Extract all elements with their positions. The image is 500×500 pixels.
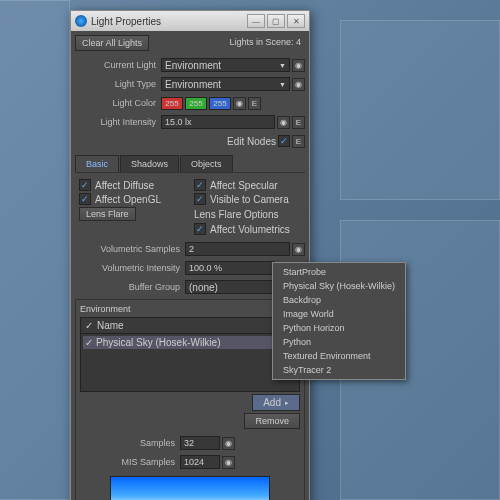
current-light-label: Current Light	[75, 60, 161, 70]
tabs: Basic Shadows Objects	[75, 155, 305, 173]
light-type-select[interactable]: Environment▼	[161, 77, 290, 91]
close-button[interactable]: ✕	[287, 14, 305, 28]
visible-camera-label: Visible to Camera	[210, 194, 289, 205]
affect-diffuse-checkbox[interactable]	[79, 179, 91, 191]
menu-item[interactable]: Python	[273, 335, 405, 349]
tab-objects[interactable]: Objects	[180, 155, 233, 172]
menu-item[interactable]: Image World	[273, 307, 405, 321]
volumetric-intensity-input[interactable]: 100.0 %	[185, 261, 275, 275]
eye-icon[interactable]: ◉	[233, 97, 246, 110]
env-list[interactable]: ✓Physical Sky (Hosek-Wilkie)	[80, 334, 300, 392]
edit-nodes-checkbox[interactable]	[278, 135, 290, 147]
light-type-label: Light Type	[75, 79, 161, 89]
lights-in-scene-label: Lights in Scene: 4	[225, 35, 305, 51]
eye-icon[interactable]: ◉	[277, 116, 290, 129]
minimize-button[interactable]: —	[247, 14, 265, 28]
light-intensity-input[interactable]: 15.0 lx	[161, 115, 275, 129]
edit-nodes-button[interactable]: E	[292, 135, 305, 148]
menu-item[interactable]: Textured Environment	[273, 349, 405, 363]
affect-opengl-checkbox[interactable]	[79, 193, 91, 205]
environment-preview	[110, 476, 270, 500]
color-b-input[interactable]: 255	[209, 97, 231, 110]
volumetric-samples-label: Volumetric Samples	[75, 244, 185, 254]
app-icon	[75, 15, 87, 27]
list-item[interactable]: ✓Physical Sky (Hosek-Wilkie)	[83, 336, 297, 349]
envelope-button[interactable]: E	[292, 116, 305, 129]
affect-opengl-label: Affect OpenGL	[95, 194, 161, 205]
lens-flare-options-label: Lens Flare Options	[194, 209, 279, 220]
volumetric-intensity-label: Volumetric Intensity	[75, 263, 185, 273]
light-color-label: Light Color	[75, 98, 161, 108]
menu-item[interactable]: Physical Sky (Hosek-Wilkie)	[273, 279, 405, 293]
environment-section: Environment ✓Name ✓Physical Sky (Hosek-W…	[75, 299, 305, 500]
menu-item[interactable]: Python Horizon	[273, 321, 405, 335]
menu-item[interactable]: SkyTracer 2	[273, 363, 405, 377]
samples-label: Samples	[80, 438, 180, 448]
env-list-header: ✓Name	[80, 317, 300, 334]
edit-nodes-label: Edit Nodes	[227, 136, 276, 147]
volumetric-samples-input[interactable]: 2	[185, 242, 290, 256]
add-context-menu[interactable]: StartProbe Physical Sky (Hosek-Wilkie) B…	[272, 262, 406, 380]
lens-flare-button[interactable]: Lens Flare	[79, 207, 136, 221]
color-r-input[interactable]: 255	[161, 97, 183, 110]
tab-shadows[interactable]: Shadows	[120, 155, 179, 172]
affect-volumetrics-label: Affect Volumetrics	[210, 224, 290, 235]
window-title: Light Properties	[91, 16, 245, 27]
maximize-button[interactable]: ▢	[267, 14, 285, 28]
envelope-button[interactable]: E	[248, 97, 261, 110]
eye-icon[interactable]: ◉	[292, 59, 305, 72]
environment-title: Environment	[80, 304, 300, 314]
add-button[interactable]: Add▸	[252, 394, 300, 411]
samples-input[interactable]: 32	[180, 436, 220, 450]
affect-volumetrics-checkbox[interactable]	[194, 223, 206, 235]
titlebar[interactable]: Light Properties — ▢ ✕	[71, 11, 309, 31]
menu-item[interactable]: StartProbe	[273, 265, 405, 279]
visible-camera-checkbox[interactable]	[194, 193, 206, 205]
mis-samples-label: MIS Samples	[80, 457, 180, 467]
affect-specular-label: Affect Specular	[210, 180, 278, 191]
eye-icon[interactable]: ◉	[222, 456, 235, 469]
clear-all-lights-button[interactable]: Clear All Lights	[75, 35, 149, 51]
light-intensity-label: Light Intensity	[75, 117, 161, 127]
buffer-group-label: Buffer Group	[75, 282, 185, 292]
current-light-select[interactable]: Environment▼	[161, 58, 290, 72]
affect-diffuse-label: Affect Diffuse	[95, 180, 154, 191]
eye-icon[interactable]: ◉	[222, 437, 235, 450]
name-column-header: Name	[97, 320, 124, 331]
light-properties-window: Light Properties — ▢ ✕ Clear All Lights …	[70, 10, 310, 500]
affect-specular-checkbox[interactable]	[194, 179, 206, 191]
eye-icon[interactable]: ◉	[292, 243, 305, 256]
menu-item[interactable]: Backdrop	[273, 293, 405, 307]
color-g-input[interactable]: 255	[185, 97, 207, 110]
eye-icon[interactable]: ◉	[292, 78, 305, 91]
mis-samples-input[interactable]: 1024	[180, 455, 220, 469]
tab-basic[interactable]: Basic	[75, 155, 119, 172]
remove-button[interactable]: Remove	[244, 413, 300, 429]
